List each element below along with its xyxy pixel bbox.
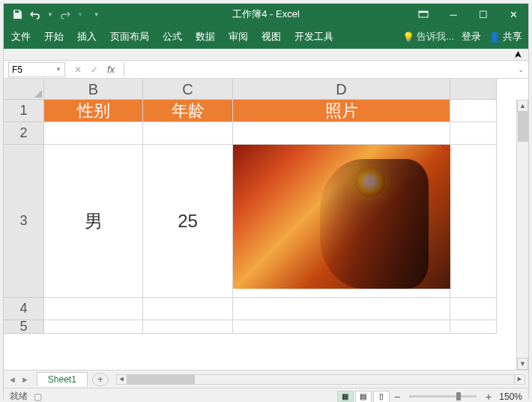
- formula-bar: F5 ▼ ✕ ✓ fx ⌄: [4, 61, 528, 79]
- undo-dropdown-icon[interactable]: ▼: [47, 11, 53, 18]
- zoom-slider[interactable]: [409, 395, 477, 398]
- person-icon: 👤: [489, 32, 501, 43]
- name-box-value: F5: [12, 64, 22, 75]
- annotation-circle-icon: [441, 145, 450, 151]
- cell-D2[interactable]: [233, 122, 450, 145]
- cell-B5[interactable]: [44, 320, 143, 334]
- bulb-icon: 💡: [402, 32, 414, 43]
- titlebar: ▼ ▼ ▼ 工作簿4 - Excel ─ ☐ ✕: [4, 4, 528, 25]
- cell-E5[interactable]: [450, 320, 497, 334]
- view-pagebreak-icon[interactable]: ▯: [373, 391, 390, 403]
- expand-formula-icon[interactable]: ⌄: [513, 65, 528, 74]
- zoom-slider-thumb[interactable]: [456, 392, 461, 400]
- cell-E3[interactable]: [450, 145, 497, 298]
- cell-D5[interactable]: [233, 320, 450, 334]
- redo-dropdown-icon[interactable]: ▼: [77, 11, 83, 18]
- col-header-D[interactable]: D: [233, 79, 450, 100]
- scroll-right-icon[interactable]: ►: [514, 375, 525, 384]
- cell-C5[interactable]: [143, 320, 233, 334]
- scroll-down-icon[interactable]: ▼: [517, 358, 528, 370]
- sheet-tabbar: ◄ ► Sheet1 + ◄ ►: [4, 370, 528, 388]
- select-all-corner[interactable]: [4, 79, 44, 100]
- share-button[interactable]: 👤共享: [489, 30, 522, 44]
- scroll-up-icon[interactable]: ▲: [517, 100, 528, 112]
- tab-data[interactable]: 数据: [194, 28, 217, 45]
- view-normal-icon[interactable]: ▦: [337, 391, 354, 403]
- zoom-out-button[interactable]: −: [391, 391, 403, 403]
- add-sheet-button[interactable]: +: [92, 373, 109, 386]
- cell-B2[interactable]: [44, 122, 143, 145]
- zoom-in-button[interactable]: +: [483, 391, 495, 403]
- tab-pagelayout[interactable]: 页面布局: [109, 28, 151, 45]
- cell-D1[interactable]: 照片: [233, 100, 450, 122]
- ribbon-display-icon[interactable]: [408, 4, 438, 25]
- cell-C1[interactable]: 年龄: [143, 100, 233, 122]
- save-icon[interactable]: [11, 8, 23, 20]
- tab-review[interactable]: 审阅: [227, 28, 250, 45]
- scroll-left-icon[interactable]: ◄: [117, 375, 127, 384]
- view-pagelayout-icon[interactable]: ▤: [355, 391, 372, 403]
- tab-next-icon[interactable]: ►: [21, 375, 29, 384]
- cell-D4[interactable]: [233, 298, 450, 320]
- scroll-thumb[interactable]: [518, 112, 528, 142]
- name-box-dropdown-icon[interactable]: ▼: [55, 66, 61, 73]
- tab-prev-icon[interactable]: ◄: [8, 375, 16, 384]
- statusbar: 就绪 ▢ ▦ ▤ ▯ − + 150%: [4, 388, 528, 402]
- tab-view[interactable]: 视图: [260, 28, 282, 45]
- status-ready: 就绪: [10, 390, 28, 402]
- grid-area: B C D 1 2 3 4 5 性别 年龄 照片: [4, 79, 528, 370]
- formula-input[interactable]: [124, 62, 513, 77]
- cell-E2[interactable]: [450, 122, 497, 145]
- tab-file[interactable]: 文件: [10, 28, 32, 45]
- tell-me[interactable]: 💡告诉我...: [402, 30, 454, 44]
- row-header-5[interactable]: 5: [4, 320, 44, 334]
- row-header-4[interactable]: 4: [4, 298, 44, 320]
- col-header-C[interactable]: C: [143, 79, 233, 100]
- ribbon: 文件 开始 插入 页面布局 公式 数据 审阅 视图 开发工具 💡告诉我... 登…: [4, 25, 528, 49]
- window-title: 工作簿4 - Excel: [232, 8, 300, 21]
- tab-home[interactable]: 开始: [43, 28, 65, 45]
- redo-icon[interactable]: [59, 8, 71, 20]
- qat-customize-icon[interactable]: ▼: [94, 11, 100, 18]
- enter-formula-icon[interactable]: ✓: [88, 63, 101, 76]
- row-header-2[interactable]: 2: [4, 122, 44, 145]
- col-header-E[interactable]: [450, 79, 497, 100]
- cell-C4[interactable]: [143, 298, 233, 320]
- embedded-image[interactable]: [233, 145, 450, 289]
- minimize-icon[interactable]: ─: [438, 4, 468, 25]
- cell-C3[interactable]: 25: [143, 145, 233, 298]
- col-header-B[interactable]: B: [44, 79, 143, 100]
- insert-function-icon[interactable]: fx: [104, 63, 118, 76]
- horizontal-scrollbar[interactable]: ◄ ►: [116, 374, 525, 385]
- cell-B4[interactable]: [44, 298, 143, 320]
- close-icon[interactable]: ✕: [498, 4, 528, 25]
- zoom-percent[interactable]: 150%: [496, 392, 522, 402]
- cell-B1[interactable]: 性别: [44, 100, 143, 122]
- vertical-scrollbar[interactable]: ▲ ▼: [516, 100, 528, 370]
- tab-developer[interactable]: 开发工具: [293, 28, 335, 45]
- name-box[interactable]: F5 ▼: [8, 62, 65, 77]
- maximize-icon[interactable]: ☐: [468, 4, 498, 25]
- undo-icon[interactable]: [29, 8, 41, 20]
- cell-E1[interactable]: [450, 100, 497, 122]
- sheet-tab-active[interactable]: Sheet1: [37, 372, 88, 386]
- cell-C2[interactable]: [143, 122, 233, 145]
- cancel-formula-icon[interactable]: ✕: [71, 63, 85, 76]
- tab-formulas[interactable]: 公式: [161, 28, 184, 45]
- macro-record-icon[interactable]: ▢: [34, 392, 42, 402]
- login-link[interactable]: 登录: [462, 30, 481, 44]
- cell-B3[interactable]: 男: [44, 145, 143, 298]
- row-header-3[interactable]: 3: [4, 145, 44, 298]
- svg-rect-1: [419, 11, 428, 13]
- tab-insert[interactable]: 插入: [76, 28, 98, 45]
- row-header-1[interactable]: 1: [4, 100, 44, 122]
- cell-E4[interactable]: [450, 298, 497, 320]
- collapse-ribbon-icon[interactable]: ⮝: [4, 49, 528, 61]
- scroll-thumb[interactable]: [127, 375, 195, 384]
